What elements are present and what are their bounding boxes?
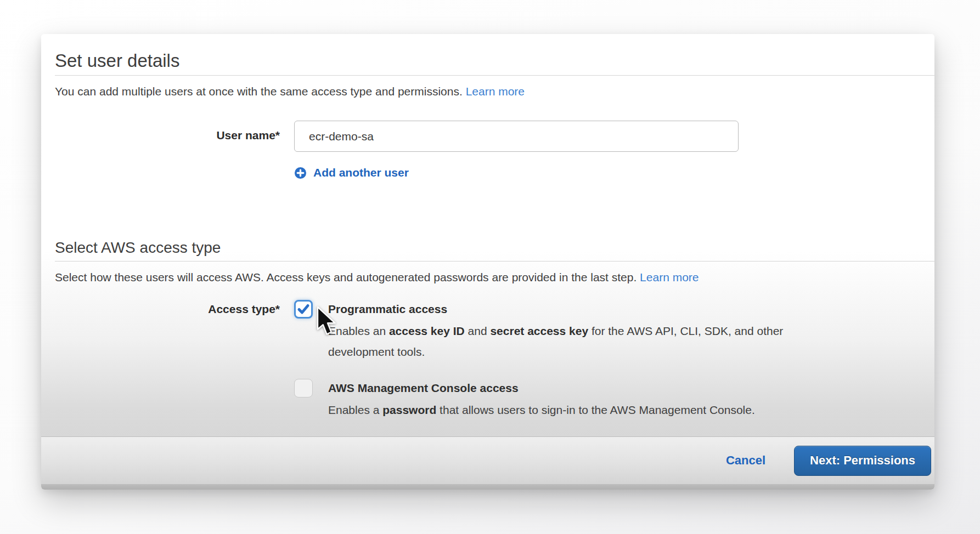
page-title: Set user details (55, 50, 921, 71)
programmatic-access-checkbox[interactable] (294, 300, 313, 319)
wizard-footer: Cancel Next: Permissions (41, 436, 934, 484)
desc-text: and (465, 325, 491, 337)
section-title-access-type: Select AWS access type (55, 238, 921, 257)
add-user-card: Set user details You can add multiple us… (41, 34, 934, 490)
next-permissions-button[interactable]: Next: Permissions (794, 446, 931, 476)
access-description: Select how these users will access AWS. … (55, 270, 921, 285)
access-divider (55, 261, 934, 262)
console-access-checkbox[interactable] (294, 379, 313, 397)
option-title-programmatic: Programmatic access (328, 300, 811, 317)
console-access-option: AWS Management Console access Enables a … (294, 379, 934, 421)
check-icon (296, 302, 311, 316)
cancel-link[interactable]: Cancel (726, 453, 765, 468)
option-desc-console: Enables a password that allows users to … (328, 400, 755, 421)
card-content: Set user details You can add multiple us… (41, 34, 934, 436)
user-name-row: User name* (41, 121, 934, 152)
add-user-spacer (41, 166, 280, 174)
user-name-label: User name* (41, 121, 280, 143)
add-user-row: Add another user (41, 166, 934, 181)
desc-text-bold: secret access key (490, 325, 588, 337)
plus-circle-icon (294, 167, 307, 179)
add-another-user-label: Add another user (313, 166, 409, 179)
learn-more-link-users[interactable]: Learn more (466, 85, 525, 98)
desc-text-bold: access key ID (389, 325, 465, 337)
programmatic-access-option: Programmatic access Enables an access ke… (294, 300, 934, 362)
option-title-console: AWS Management Console access (328, 379, 755, 396)
desc-text: Enables a (328, 404, 382, 416)
title-divider (55, 75, 934, 76)
desc-text-bold: password (382, 404, 436, 416)
desc-text: Enables an (328, 325, 389, 337)
access-type-row: Access type* Programmatic access Enables… (41, 300, 934, 421)
desc-text: that allows users to sign-in to the AWS … (436, 404, 755, 416)
page: Set user details You can add multiple us… (0, 0, 980, 534)
access-description-text: Select how these users will access AWS. … (55, 271, 640, 283)
user-name-input[interactable] (294, 121, 739, 152)
option-desc-programmatic: Enables an access key ID and secret acce… (328, 321, 811, 362)
learn-more-link-access[interactable]: Learn more (640, 271, 699, 283)
access-type-label: Access type* (41, 300, 280, 316)
page-description: You can add multiple users at once with … (55, 84, 921, 99)
card-bottom-strip (41, 484, 934, 490)
add-another-user-link[interactable]: Add another user (294, 166, 409, 179)
page-description-text: You can add multiple users at once with … (55, 85, 466, 98)
